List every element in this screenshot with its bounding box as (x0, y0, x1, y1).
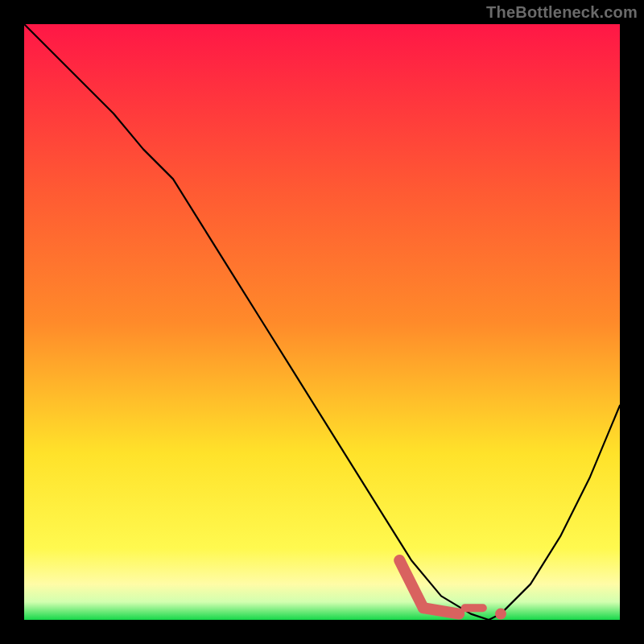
chart-frame: TheBottleneck.com (0, 0, 644, 644)
plot-svg (24, 24, 620, 620)
watermark-text: TheBottleneck.com (486, 3, 638, 22)
plot-area (24, 24, 620, 620)
svg-point-4 (495, 609, 506, 620)
svg-line-2 (423, 608, 459, 613)
